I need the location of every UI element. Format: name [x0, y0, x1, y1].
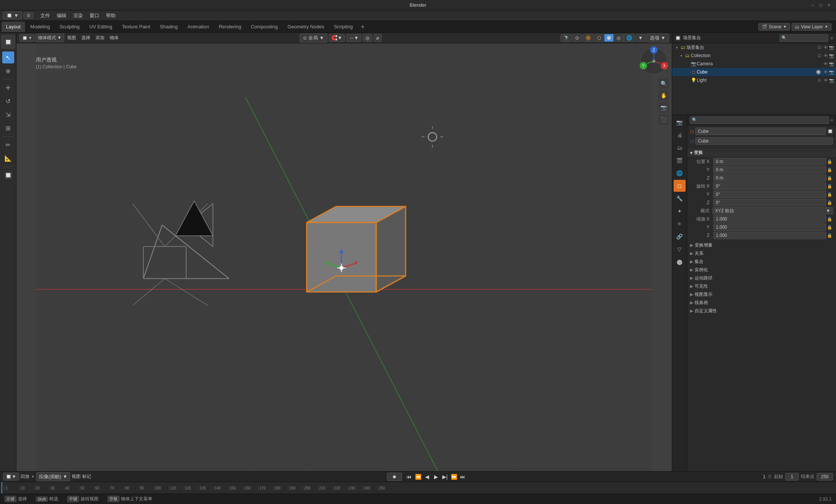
rendered-shading[interactable]: 🌐 — [624, 34, 635, 42]
data-props-icon[interactable]: ▽ — [674, 243, 686, 255]
close-button[interactable]: × — [826, 3, 832, 8]
position-x-field[interactable]: 0 m — [713, 158, 826, 165]
props-search-input[interactable]: 🔍 — [690, 116, 829, 124]
visibility-icon[interactable]: 👁 — [823, 45, 829, 50]
physics-props-icon[interactable]: ⚛ — [674, 218, 686, 230]
tab-scripting[interactable]: Scripting — [330, 22, 358, 32]
material-shading[interactable]: ◎ — [614, 34, 623, 42]
timeline-body[interactable]: 1 10 20 30 40 50 60 70 80 90 100 110 120… — [0, 482, 836, 494]
col-render-icon[interactable]: 📷 — [829, 53, 835, 58]
tab-layout[interactable]: Layout — [1, 22, 25, 32]
exclude-icon[interactable]: ☑ — [817, 45, 823, 50]
tab-texture-paint[interactable]: Texture Paint — [118, 22, 155, 32]
end-frame-input[interactable]: 250 — [817, 473, 833, 480]
menu-file[interactable]: 文件 — [37, 12, 53, 20]
props-filter-button[interactable]: ≡ — [830, 118, 833, 123]
pivot-point[interactable]: ◎ — [363, 34, 372, 42]
modifier-props-icon[interactable]: 🔧 — [674, 192, 686, 204]
jump-start-button[interactable]: ⏮ — [405, 474, 413, 480]
object-name-field[interactable]: Cube — [695, 128, 826, 135]
outliner-search[interactable]: 🔍 — [780, 34, 828, 42]
light-visibility-icon[interactable]: 👁 — [823, 78, 829, 82]
move-tool[interactable]: ✛ — [2, 82, 14, 94]
mode-select[interactable]: 物体模式 ▼ — [35, 34, 64, 42]
custom-props-section[interactable]: ▶ 自定义属性 — [687, 307, 836, 315]
viewport-display-section[interactable]: ▶ 视图显示 — [687, 290, 836, 298]
xray-toggle[interactable]: 🔆 — [583, 34, 594, 42]
markers-menu[interactable]: 标记 — [82, 473, 91, 480]
position-z-lock[interactable]: 🔒 — [826, 176, 833, 181]
rotation-y-field[interactable]: 0° — [713, 191, 826, 198]
scale-x-field[interactable]: 1.000 — [713, 215, 826, 223]
object-props-icon[interactable]: ◻ — [674, 180, 686, 192]
col-exclude-icon[interactable]: ☑ — [817, 53, 823, 58]
timeline-editor-type[interactable]: 🔲▼ — [3, 473, 19, 480]
scale-y-field[interactable]: 1.000 — [713, 223, 826, 231]
overlay-options-button[interactable]: 选项 ▼ — [646, 34, 669, 43]
view-menu-timeline[interactable]: 视图 — [72, 473, 81, 480]
add-workspace-button[interactable]: + — [358, 24, 367, 30]
minimize-button[interactable]: − — [810, 3, 815, 8]
measure-tool[interactable]: 📐 — [2, 152, 14, 164]
view-layer-dropdown[interactable]: 🗂 View Layer ▼ — [792, 23, 832, 31]
position-z-field[interactable]: 0 m — [713, 174, 826, 182]
select-tool[interactable]: ↖ — [2, 51, 14, 63]
select-menu[interactable]: 选择 — [79, 34, 93, 42]
shading-options[interactable]: ▼ — [636, 34, 646, 42]
play-button[interactable]: ▶ — [432, 474, 440, 480]
col-visibility-icon[interactable]: 👁 — [823, 53, 829, 58]
scene-dropdown[interactable]: 🎬 Scene ▼ — [758, 23, 790, 31]
render-button[interactable]: ⬛ — [658, 114, 669, 125]
menu-help[interactable]: 帮助 — [103, 12, 119, 20]
annotate-tool[interactable]: ✏ — [2, 139, 14, 151]
scale-z-field[interactable]: 1.000 — [713, 232, 826, 239]
menu-render[interactable]: 渲染 — [70, 12, 86, 20]
gizmo-toggle[interactable]: 🔭 — [561, 34, 572, 42]
wireframe-shading[interactable]: ⬡ — [595, 34, 604, 42]
menu-edit[interactable]: 编辑 — [54, 12, 69, 20]
tab-uv-editing[interactable]: UV Editing — [85, 22, 116, 32]
outliner-filter-button[interactable]: ≡ — [830, 35, 833, 41]
menu-window[interactable]: 窗口 — [87, 12, 102, 20]
rotation-z-lock[interactable]: 🔒 — [826, 200, 833, 205]
playback-button[interactable]: 拟像(插帧) ▼ — [36, 472, 70, 481]
tab-rendering[interactable]: Rendering — [214, 22, 246, 32]
render-vis-icon[interactable]: 📷 — [829, 45, 835, 50]
tab-geometry-nodes[interactable]: Geometry Nodes — [283, 22, 328, 32]
motion-paths-section[interactable]: ▶ 运动路径 — [687, 274, 836, 282]
rotation-x-lock[interactable]: 🔒 — [826, 184, 833, 189]
tab-sculpting[interactable]: Sculpting — [55, 22, 84, 32]
cam-render-icon[interactable]: 📷 — [829, 62, 835, 66]
editor-type-menu[interactable]: 🔲▼ — [3, 12, 22, 19]
zoom-button[interactable]: 🔍 — [658, 78, 669, 89]
scale-x-lock[interactable]: 🔒 — [826, 217, 833, 222]
visibility-section[interactable]: ▶ 可见性 — [687, 282, 836, 290]
tab-compositing[interactable]: Compositing — [246, 22, 282, 32]
outliner-collection[interactable]: ▾ 🗂 Collection ☑ 👁 📷 — [672, 51, 836, 60]
current-frame-input[interactable]: ⏺ — [387, 473, 402, 481]
next-frame-button[interactable]: ⏩ — [450, 474, 458, 480]
rotation-x-field[interactable]: 0° — [713, 182, 826, 190]
output-props-icon[interactable]: 🖨 — [674, 129, 686, 141]
view-menu[interactable]: 视图 — [65, 34, 78, 42]
rotation-y-lock[interactable]: 🔒 — [826, 192, 833, 197]
light-render-icon[interactable]: 📷 — [829, 78, 835, 83]
view-layer-props-icon[interactable]: 🗂 — [674, 142, 686, 154]
cursor-tool[interactable]: ⊕ — [2, 65, 14, 77]
constraints-props-icon[interactable]: 🔗 — [674, 231, 686, 242]
proportional-obj[interactable]: ⌀ — [374, 34, 382, 42]
position-x-lock[interactable]: 🔒 — [826, 159, 833, 164]
transform-tool[interactable]: ⊞ — [2, 122, 14, 134]
instancing-section[interactable]: ▶ 实例化 — [687, 266, 836, 274]
proportional-edit[interactable]: ⊙ 全局 ▼ — [300, 34, 327, 43]
collections-section[interactable]: ▶ 集合 — [687, 257, 836, 266]
viewport-canvas[interactable]: 用户透视 (1) Collection | Cube — [16, 43, 672, 471]
rotation-mode-dropdown[interactable]: XYZ 欧拉 ▼ — [712, 207, 833, 215]
camera-button[interactable]: 📷 — [658, 102, 669, 113]
transform-header[interactable]: ▾ 变换 — [687, 148, 836, 157]
render-props-icon[interactable]: 📷 — [674, 116, 686, 128]
object-menu[interactable]: 物体 — [107, 34, 121, 42]
outliner-scene-collection[interactable]: ▾ 🗂 场景集合 ☑ 👁 📷 — [672, 43, 836, 51]
object-fake-user-button[interactable]: 🔲 — [827, 129, 833, 134]
prev-frame-button[interactable]: ⏪ — [414, 474, 422, 480]
